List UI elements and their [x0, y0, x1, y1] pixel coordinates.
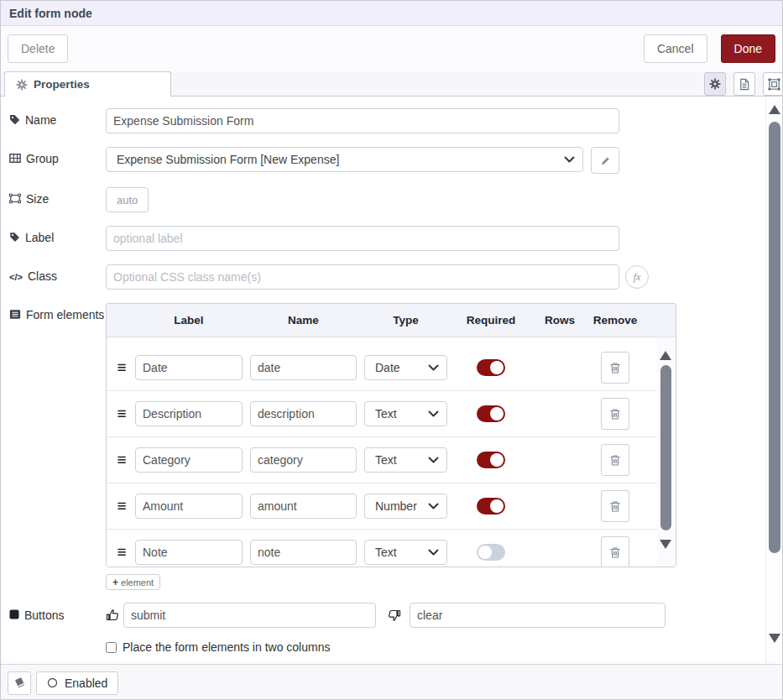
- clear-button-input[interactable]: [410, 603, 666, 628]
- edit-form-node-dialog: Edit form node Delete Cancel Done Proper…: [0, 0, 783, 700]
- enabled-label: Enabled: [65, 676, 107, 690]
- group-select-value: Expense Submission Form [New Expense]: [117, 153, 564, 166]
- table-scroll-up-arrow[interactable]: [660, 351, 671, 360]
- tab-action-buttons: [704, 72, 783, 96]
- name-field-row: Name: [9, 108, 782, 133]
- chevron-down-icon: [428, 549, 439, 556]
- required-toggle[interactable]: [477, 544, 505, 561]
- element-name-input[interactable]: [250, 540, 357, 565]
- appearance-view-button[interactable]: [763, 72, 783, 96]
- thumbs-up-icon: [106, 609, 119, 622]
- drag-handle-icon[interactable]: ≡: [113, 545, 130, 560]
- delete-element-button[interactable]: [601, 352, 629, 384]
- form-element-row: ≡ Text: [107, 437, 657, 483]
- element-type-select[interactable]: Text: [364, 447, 447, 473]
- element-name-input[interactable]: [250, 355, 357, 380]
- form-element-row: ≡ Text: [107, 391, 657, 437]
- two-columns-checkbox[interactable]: [106, 642, 117, 653]
- element-type-value: Text: [375, 453, 428, 467]
- drag-handle-icon[interactable]: ≡: [113, 452, 130, 468]
- class-input[interactable]: [106, 264, 619, 290]
- chevron-down-icon: [564, 156, 575, 164]
- tab-properties[interactable]: Properties: [4, 71, 171, 97]
- fx-expand-button[interactable]: fx: [625, 265, 649, 289]
- drag-handle-icon[interactable]: ≡: [113, 360, 130, 375]
- buttons-field-label: Buttons: [9, 609, 106, 623]
- edit-group-button[interactable]: [591, 147, 619, 174]
- delete-element-button[interactable]: [601, 490, 629, 522]
- object-group-icon: [9, 193, 21, 204]
- delete-element-button[interactable]: [601, 398, 629, 430]
- element-name-input[interactable]: [250, 447, 357, 473]
- description-view-button[interactable]: [733, 72, 755, 96]
- drag-handle-icon[interactable]: ≡: [113, 406, 130, 421]
- label-field-label: Label: [9, 226, 106, 251]
- submit-button-input[interactable]: [123, 603, 376, 628]
- thumbs-down-icon: [388, 609, 401, 622]
- column-header-rows: Rows: [535, 314, 585, 326]
- label-input[interactable]: [106, 226, 619, 251]
- tab-properties-label: Properties: [34, 78, 90, 91]
- element-label-input[interactable]: [135, 447, 243, 473]
- square-icon: [9, 609, 19, 619]
- form-elements-table-header: Label Name Type Required Rows Remove: [107, 304, 676, 337]
- dialog-toolbar: Delete Cancel Done: [1, 26, 782, 71]
- element-type-select[interactable]: Text: [364, 401, 447, 426]
- plus-icon: +: [112, 577, 118, 588]
- required-toggle[interactable]: [477, 498, 505, 515]
- element-type-select[interactable]: Number: [364, 494, 447, 519]
- group-field-row: Group Expense Submission Form [New Expen…: [9, 147, 782, 174]
- gear-icon: [16, 79, 28, 91]
- element-label-input[interactable]: [135, 540, 243, 565]
- element-label-input[interactable]: [135, 494, 243, 519]
- delete-button[interactable]: Delete: [8, 34, 68, 63]
- chevron-down-icon: [428, 364, 439, 372]
- table-scroll-down-arrow[interactable]: [660, 540, 671, 549]
- name-input[interactable]: [106, 108, 619, 133]
- cancel-button[interactable]: Cancel: [644, 34, 707, 63]
- layout-icon: [768, 78, 780, 91]
- trash-icon: [609, 454, 621, 467]
- table-scrollbar[interactable]: [657, 337, 674, 567]
- main-scrollbar[interactable]: [765, 97, 782, 664]
- form-elements-editor: Label Name Type Required Rows Remove ≡ D…: [106, 303, 676, 590]
- element-type-select[interactable]: Date: [364, 355, 447, 380]
- drag-handle-icon[interactable]: ≡: [113, 499, 130, 514]
- form-elements-field-label: Form elements: [9, 303, 106, 590]
- element-label-input[interactable]: [135, 355, 243, 380]
- size-button[interactable]: auto: [106, 187, 149, 212]
- tab-bar: Properties: [1, 71, 782, 97]
- column-header-name: Name: [250, 314, 357, 326]
- form-element-row: ≡ Text: [107, 530, 657, 567]
- group-select[interactable]: Expense Submission Form [New Expense]: [106, 147, 583, 172]
- size-field-label: Size: [9, 187, 106, 212]
- add-element-button[interactable]: + element: [106, 574, 160, 590]
- required-toggle[interactable]: [477, 359, 505, 376]
- main-scroll-down-arrow[interactable]: [769, 634, 780, 643]
- required-toggle[interactable]: [477, 405, 505, 422]
- done-button[interactable]: Done: [721, 34, 775, 63]
- form-element-row: ≡ Number: [107, 483, 657, 530]
- class-field-row: </> Class fx: [9, 264, 782, 290]
- delete-element-button[interactable]: [601, 536, 629, 567]
- main-scroll-up-arrow[interactable]: [769, 105, 780, 114]
- element-label-input[interactable]: [135, 401, 243, 426]
- required-toggle[interactable]: [477, 452, 505, 468]
- column-header-type: Type: [364, 314, 447, 326]
- table-scroll-thumb[interactable]: [660, 365, 671, 530]
- element-name-input[interactable]: [250, 494, 357, 519]
- form-element-row: ≡ Date: [107, 345, 657, 391]
- properties-view-button[interactable]: [704, 72, 726, 96]
- main-scroll-thumb[interactable]: [769, 122, 780, 553]
- name-field-label: Name: [9, 108, 106, 133]
- tag-icon: [9, 114, 20, 125]
- dialog-title: Edit form node: [9, 7, 92, 20]
- element-name-input[interactable]: [250, 401, 357, 426]
- element-type-value: Text: [375, 546, 428, 559]
- element-type-select[interactable]: Text: [364, 540, 447, 565]
- book-icon: [13, 676, 26, 689]
- enabled-toggle-button[interactable]: Enabled: [36, 671, 118, 695]
- node-help-button[interactable]: [8, 671, 31, 695]
- delete-element-button[interactable]: [601, 444, 629, 476]
- tag-icon: [9, 232, 20, 243]
